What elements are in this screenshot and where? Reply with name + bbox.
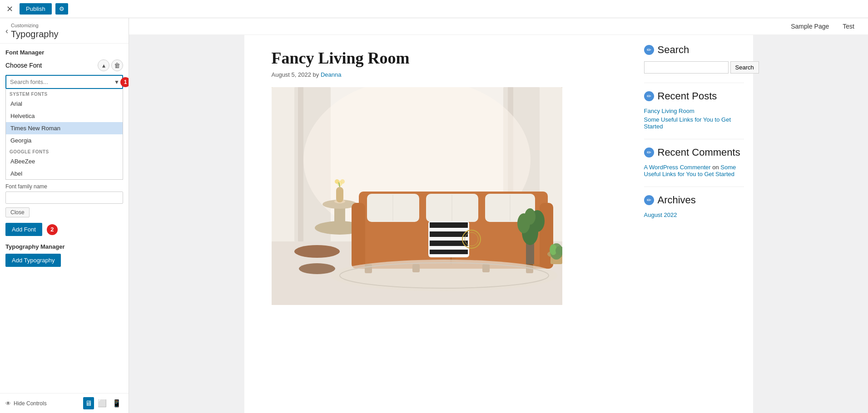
archives-header: ✏ Archives xyxy=(644,194,744,206)
choose-font-row: Choose Font ▴ 🗑 xyxy=(5,59,123,71)
back-arrow-icon: ‹ xyxy=(5,26,8,36)
desktop-view-button[interactable]: 🖥 xyxy=(83,397,94,409)
archives-icon: ✏ xyxy=(644,195,654,205)
main-layout: ‹ Customizing Typography Font Manager Ch… xyxy=(0,18,868,413)
search-widget-title: Search xyxy=(658,44,689,56)
typography-manager-label: Typography Manager xyxy=(5,243,123,250)
recent-post-link-2[interactable]: Some Useful Links for You to Get Started xyxy=(644,116,744,130)
svg-point-42 xyxy=(294,245,340,258)
close-small-button[interactable]: Close xyxy=(5,207,30,217)
search-widget: ✏ Search Search xyxy=(644,44,744,74)
nav-test[interactable]: Test xyxy=(843,23,854,30)
font-control-buttons: ▴ 🗑 xyxy=(98,59,123,71)
sidebar-right: ✏ Search Search ✏ Recent Posts Fancy xyxy=(635,35,753,413)
add-typography-button[interactable]: Add Typography xyxy=(5,254,61,267)
recent-posts-widget: ✏ Recent Posts Fancy Living Room Some Us… xyxy=(644,90,744,130)
search-widget-button[interactable]: Search xyxy=(730,61,759,74)
recent-comments-widget: ✏ Recent Comments A WordPress Commenter … xyxy=(644,147,744,177)
svg-rect-38 xyxy=(430,250,468,254)
svg-rect-22 xyxy=(352,203,365,269)
post-author-link[interactable]: Deanna xyxy=(321,71,342,78)
font-option-georgia[interactable]: Georgia xyxy=(6,134,123,147)
tablet-view-button[interactable]: ⬜ xyxy=(96,397,109,409)
hide-controls-label: Hide Controls xyxy=(14,400,47,407)
search-widget-input[interactable] xyxy=(644,61,729,74)
step-badge-1: 1 xyxy=(120,77,129,87)
recent-posts-title: Recent Posts xyxy=(658,90,717,102)
post-image xyxy=(272,87,562,305)
svg-point-53 xyxy=(331,260,558,291)
svg-point-47 xyxy=(525,208,536,225)
add-font-button[interactable]: Add Font xyxy=(5,223,42,236)
archive-link-aug-2022[interactable]: August 2022 xyxy=(644,211,744,218)
divider-1 xyxy=(644,83,744,83)
svg-rect-12 xyxy=(336,187,343,202)
preview-content: Fancy Living Room August 5, 2022 by Dean… xyxy=(244,35,753,413)
svg-rect-35 xyxy=(430,222,468,228)
sidebar: ‹ Customizing Typography Font Manager Ch… xyxy=(0,18,129,413)
archives-widget: ✏ Archives August 2022 xyxy=(644,194,744,218)
sidebar-header: ‹ Customizing Typography xyxy=(0,18,129,44)
font-option-helvetica[interactable]: Helvetica xyxy=(6,110,123,122)
archives-title: Archives xyxy=(658,194,696,206)
recent-comments-header: ✏ Recent Comments xyxy=(644,147,744,158)
recent-comments-title: Recent Comments xyxy=(658,147,740,158)
font-delete-button[interactable]: 🗑 xyxy=(111,59,123,71)
font-option-abel[interactable]: Abel xyxy=(6,167,123,180)
mobile-view-button[interactable]: 📱 xyxy=(110,397,123,409)
google-fonts-label: GOOGLE FONTS xyxy=(6,147,123,155)
search-row: Search xyxy=(644,61,744,74)
sidebar-title: Typography xyxy=(11,29,59,39)
add-font-row: Add Font 2 xyxy=(5,223,123,236)
recent-comments-text: A WordPress Commenter on Some Useful Lin… xyxy=(644,164,744,177)
svg-rect-36 xyxy=(430,231,468,237)
divider-2 xyxy=(644,139,744,139)
post-image-svg xyxy=(272,87,562,305)
eye-icon: 👁 xyxy=(5,400,11,407)
main-content: Fancy Living Room August 5, 2022 by Dean… xyxy=(244,35,635,413)
preview-area: Sample Page Test Fancy Living Room Augus… xyxy=(129,18,868,413)
font-option-arial[interactable]: Arial xyxy=(6,98,123,110)
post-title: Fancy Living Room xyxy=(272,49,621,68)
nav-sample-page[interactable]: Sample Page xyxy=(791,23,829,30)
gear-button[interactable]: ⚙ xyxy=(55,3,68,15)
sidebar-subtitle: Customizing xyxy=(11,23,59,28)
font-family-input[interactable] xyxy=(5,192,123,204)
recent-comments-icon: ✏ xyxy=(644,148,654,157)
fonts-dropdown: SYSTEM FONTS Arial Helvetica Times New R… xyxy=(5,89,123,180)
font-up-button[interactable]: ▴ xyxy=(98,59,109,71)
choose-font-label: Choose Font xyxy=(5,62,42,69)
sidebar-back[interactable]: ‹ Customizing Typography xyxy=(5,23,123,39)
divider-3 xyxy=(644,187,744,187)
view-buttons: 🖥 ⬜ 📱 xyxy=(83,397,123,409)
commenter-link[interactable]: A WordPress Commenter xyxy=(644,164,711,171)
search-widget-icon: ✏ xyxy=(644,45,654,55)
hide-controls-button[interactable]: 👁 Hide Controls xyxy=(5,400,47,407)
font-manager-label: Font Manager xyxy=(5,49,123,56)
search-fonts-wrapper: ▼ xyxy=(5,75,123,89)
recent-posts-header: ✏ Recent Posts xyxy=(644,90,744,102)
font-family-label: Font family name xyxy=(5,183,123,190)
system-fonts-label: SYSTEM FONTS xyxy=(6,89,123,98)
sidebar-bottom: 👁 Hide Controls 🖥 ⬜ 📱 xyxy=(0,393,129,413)
publish-button[interactable]: Publish xyxy=(20,3,52,15)
search-fonts-input[interactable] xyxy=(5,75,123,89)
search-widget-header: ✏ Search xyxy=(644,44,744,56)
recent-post-link-1[interactable]: Fancy Living Room xyxy=(644,108,744,114)
step-badge-2: 2 xyxy=(47,224,58,235)
close-button[interactable]: ✕ xyxy=(4,2,16,16)
top-bar: ✕ Publish ⚙ xyxy=(0,0,868,18)
svg-rect-37 xyxy=(430,241,468,246)
chevron-down-icon: ▼ xyxy=(114,79,119,85)
svg-rect-4 xyxy=(298,87,303,241)
svg-point-41 xyxy=(299,263,335,274)
svg-point-15 xyxy=(340,179,345,184)
font-option-times-new-roman[interactable]: Times New Roman xyxy=(6,122,123,134)
font-option-abeezee[interactable]: ABeeZee xyxy=(6,155,123,167)
sidebar-content: Font Manager Choose Font ▴ 🗑 ▼ 1 SYSTEM … xyxy=(0,44,129,393)
preview-nav: Sample Page Test xyxy=(129,18,868,35)
recent-posts-icon: ✏ xyxy=(644,91,654,101)
post-meta: August 5, 2022 by Deanna xyxy=(272,71,621,78)
svg-rect-9 xyxy=(334,205,345,230)
